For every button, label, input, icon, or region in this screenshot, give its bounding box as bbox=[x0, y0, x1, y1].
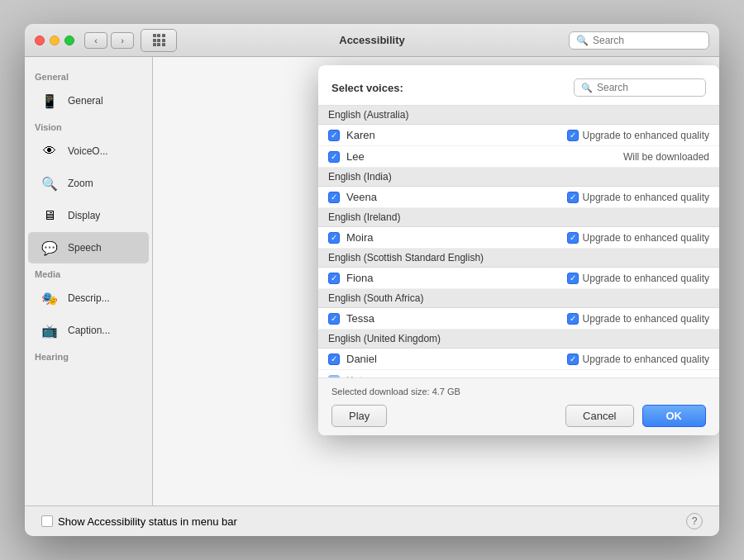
title-search-bar[interactable]: 🔍 bbox=[569, 31, 709, 50]
sidebar-label-speech: Speech bbox=[68, 242, 102, 254]
general-icon: 📱 bbox=[38, 89, 61, 112]
tessa-status-check: ✓ bbox=[567, 313, 579, 325]
voice-list: English (Australia) ✓ Karen ✓ Upgrade to… bbox=[318, 105, 719, 377]
sidebar-label-captions: Caption... bbox=[68, 325, 110, 336]
fiona-status-check: ✓ bbox=[567, 273, 579, 284]
moira-name: Moira bbox=[346, 231, 567, 244]
modal-footer: Selected download size: 4.7 GB Play Canc… bbox=[318, 377, 719, 435]
sidebar-label-general: General bbox=[68, 95, 103, 107]
nav-buttons: ‹ › bbox=[84, 32, 134, 49]
voiceover-icon: 👁 bbox=[38, 140, 61, 163]
search-icon: 🔍 bbox=[576, 35, 589, 46]
lee-name: Lee bbox=[346, 150, 623, 163]
forward-button[interactable]: › bbox=[111, 32, 134, 49]
modal-search-icon: 🔍 bbox=[581, 83, 593, 93]
sidebar: General 📱 General Vision 👁 VoiceO... 🔍 Z… bbox=[25, 57, 153, 505]
daniel-status-check: ✓ bbox=[567, 354, 579, 365]
karen-status-check: ✓ bbox=[567, 130, 579, 141]
moira-checkbox[interactable]: ✓ bbox=[328, 232, 340, 244]
veena-checkbox[interactable]: ✓ bbox=[328, 192, 340, 203]
tessa-status: ✓ Upgrade to enhanced quality bbox=[567, 313, 709, 325]
sidebar-label-descriptions: Descrip... bbox=[68, 292, 110, 304]
maximize-button[interactable] bbox=[64, 36, 74, 45]
voice-row-veena: ✓ Veena ✓ Upgrade to enhanced quality bbox=[318, 187, 719, 208]
lee-status: Will be downloaded bbox=[623, 151, 709, 163]
play-button[interactable]: Play bbox=[331, 405, 387, 427]
cancel-button[interactable]: Cancel bbox=[565, 405, 633, 427]
modal-search-bar[interactable]: 🔍 bbox=[574, 78, 706, 97]
daniel-status: ✓ Upgrade to enhanced quality bbox=[567, 354, 709, 365]
sidebar-item-speech[interactable]: 💬 Speech bbox=[28, 232, 149, 263]
veena-name: Veena bbox=[346, 191, 567, 203]
zoom-icon: 🔍 bbox=[38, 172, 61, 195]
voice-row-kate: ✓ Kate bbox=[318, 370, 719, 377]
show-status-check: Show Accessibility status in menu bar bbox=[41, 515, 237, 528]
select-voices-modal: Select voices: 🔍 English (Australia) ✓ K… bbox=[318, 65, 719, 435]
btn-group-right: Cancel OK bbox=[565, 405, 706, 427]
sidebar-item-descriptions[interactable]: 🎭 Descrip... bbox=[28, 282, 149, 314]
modal-buttons: Play Cancel OK bbox=[331, 405, 706, 427]
sidebar-section-vision: Vision bbox=[25, 117, 152, 135]
main-panel: need Options... nge Key... Select voices… bbox=[153, 57, 719, 505]
sidebar-label-zoom: Zoom bbox=[68, 178, 93, 189]
voice-group-india: English (India) bbox=[318, 168, 719, 187]
fiona-name: Fiona bbox=[346, 272, 567, 284]
bottom-bar: Show Accessibility status in menu bar ? bbox=[25, 505, 719, 536]
display-icon: 🖥 bbox=[38, 204, 61, 227]
modal-title: Select voices: bbox=[331, 82, 403, 94]
speech-icon: 💬 bbox=[38, 236, 61, 259]
sidebar-item-general[interactable]: 📱 General bbox=[28, 85, 149, 116]
traffic-lights bbox=[35, 36, 74, 45]
sidebar-item-zoom[interactable]: 🔍 Zoom bbox=[28, 168, 149, 199]
sidebar-item-captions[interactable]: 📺 Caption... bbox=[28, 315, 149, 346]
voice-row-tessa: ✓ Tessa ✓ Upgrade to enhanced quality bbox=[318, 308, 719, 330]
sidebar-item-display[interactable]: 🖥 Display bbox=[28, 200, 149, 231]
minimize-button[interactable] bbox=[50, 36, 60, 45]
show-status-checkbox[interactable] bbox=[41, 515, 53, 527]
content-area: General 📱 General Vision 👁 VoiceO... 🔍 Z… bbox=[25, 57, 719, 505]
sidebar-section-media: Media bbox=[25, 264, 152, 282]
title-bar: ‹ › Accessibility 🔍 bbox=[25, 24, 719, 57]
kate-name: Kate bbox=[346, 374, 709, 377]
fiona-status: ✓ Upgrade to enhanced quality bbox=[567, 273, 709, 284]
modal-overlay: Select voices: 🔍 English (Australia) ✓ K… bbox=[153, 57, 719, 505]
voice-group-scottish: English (Scottish Standard English) bbox=[318, 249, 719, 268]
modal-header: Select voices: 🔍 bbox=[318, 65, 719, 105]
ok-button[interactable]: OK bbox=[642, 405, 707, 427]
voice-row-karen: ✓ Karen ✓ Upgrade to enhanced quality bbox=[318, 125, 719, 146]
download-size-label: Selected download size: 4.7 GB bbox=[331, 387, 706, 396]
karen-status: ✓ Upgrade to enhanced quality bbox=[567, 130, 709, 141]
sidebar-section-hearing: Hearing bbox=[25, 347, 152, 364]
grid-view-button[interactable] bbox=[141, 29, 177, 52]
moira-status-check: ✓ bbox=[567, 232, 579, 244]
modal-search-input[interactable] bbox=[597, 82, 699, 93]
karen-checkbox[interactable]: ✓ bbox=[328, 130, 340, 141]
grid-icon bbox=[153, 34, 165, 46]
captions-icon: 📺 bbox=[38, 319, 61, 342]
descriptions-icon: 🎭 bbox=[38, 287, 61, 310]
voice-row-fiona: ✓ Fiona ✓ Upgrade to enhanced quality bbox=[318, 268, 719, 289]
voice-group-south-africa: English (South Africa) bbox=[318, 289, 719, 308]
voice-row-moira: ✓ Moira ✓ Upgrade to enhanced quality bbox=[318, 227, 719, 249]
tessa-checkbox[interactable]: ✓ bbox=[328, 313, 340, 325]
sidebar-label-display: Display bbox=[68, 210, 100, 221]
daniel-checkbox[interactable]: ✓ bbox=[328, 354, 340, 365]
voice-group-australia: English (Australia) bbox=[318, 106, 719, 125]
main-window: ‹ › Accessibility 🔍 General 📱 General Vi… bbox=[25, 24, 719, 536]
help-button[interactable]: ? bbox=[686, 513, 703, 529]
voice-row-lee: ✓ Lee Will be downloaded bbox=[318, 146, 719, 168]
show-status-label: Show Accessibility status in menu bar bbox=[58, 515, 237, 528]
karen-name: Karen bbox=[346, 129, 567, 141]
title-search-input[interactable] bbox=[593, 35, 702, 46]
back-button[interactable]: ‹ bbox=[84, 32, 107, 49]
fiona-checkbox[interactable]: ✓ bbox=[328, 273, 340, 284]
close-button[interactable] bbox=[35, 36, 45, 45]
lee-checkbox[interactable]: ✓ bbox=[328, 151, 340, 163]
kate-checkbox[interactable]: ✓ bbox=[328, 375, 340, 378]
window-title: Accessibility bbox=[339, 34, 405, 46]
sidebar-item-voiceover[interactable]: 👁 VoiceO... bbox=[28, 135, 149, 167]
moira-status: ✓ Upgrade to enhanced quality bbox=[567, 232, 709, 244]
voice-group-ireland: English (Ireland) bbox=[318, 208, 719, 227]
tessa-name: Tessa bbox=[346, 312, 567, 325]
voice-row-daniel: ✓ Daniel ✓ Upgrade to enhanced quality bbox=[318, 349, 719, 370]
